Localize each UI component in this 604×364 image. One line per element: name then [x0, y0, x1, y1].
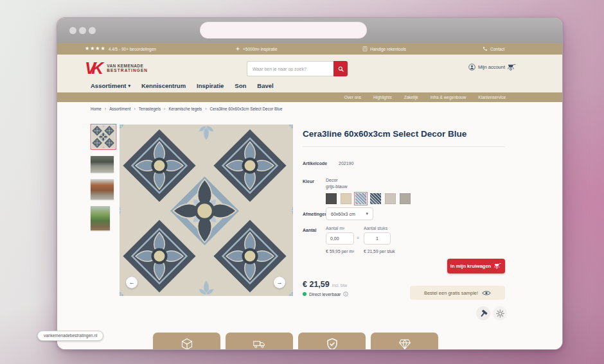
search-button[interactable] — [333, 61, 348, 76]
nav-item-son[interactable]: Son — [235, 82, 246, 89]
artikelcode-label: Artikelcode — [303, 161, 327, 166]
subnav-item-over-ons[interactable]: Over ons — [344, 95, 361, 100]
rekentools-label: Handige rekentools — [370, 47, 406, 51]
swatch-decor-grijs-blauw[interactable] — [355, 193, 366, 204]
price-row: € 21,59 incl. btw — [303, 280, 347, 289]
info-icon[interactable] — [343, 291, 348, 297]
nav-label: Assortiment — [91, 82, 126, 89]
nav-item-bavel[interactable]: Bavel — [257, 82, 273, 89]
price-suffix: incl. btw — [332, 283, 347, 288]
site-header: VK VAN KEMENADE BESTRATINGEN Mijn accoun… — [57, 55, 562, 92]
subnav-item-zakelijk[interactable]: Zakelijk — [404, 95, 418, 100]
window-control-dot[interactable] — [69, 27, 76, 34]
address-bar[interactable] — [200, 22, 367, 39]
order-sample-label: Bestel een gratis sample! — [424, 290, 478, 296]
nav-item-inspiratie[interactable]: Inspiratie — [197, 82, 224, 89]
usp-tile-quality[interactable] — [298, 333, 366, 349]
divider — [303, 146, 505, 147]
breadcrumb-separator: › — [134, 107, 135, 111]
swatch-licht-grijs[interactable] — [385, 193, 396, 204]
truck-icon — [253, 338, 266, 349]
aantal-m2-input[interactable] — [326, 232, 354, 245]
gear-icon-button[interactable] — [493, 306, 507, 320]
swatch-antraciet[interactable] — [326, 193, 337, 204]
afmetingen-select[interactable]: 60x60x3 cm ▾ — [326, 207, 373, 220]
breadcrumb-separator: › — [105, 107, 106, 111]
window-control-dot[interactable] — [89, 27, 96, 34]
account-label: Mijn account — [478, 64, 505, 70]
breadcrumb-item-terrastegels[interactable]: Terrastegels — [139, 107, 161, 111]
rekentools-link[interactable]: Handige rekentools — [362, 43, 406, 55]
search-icon — [337, 65, 344, 73]
main-navigation: Assortiment ▾ Kenniscentrum Inspiratie S… — [91, 82, 274, 89]
usp-tile-delivery[interactable] — [226, 333, 293, 349]
search-input[interactable] — [247, 61, 333, 76]
price-per-m2: € 59,95 per m² — [326, 249, 354, 254]
add-to-cart-label: In mijn kruiwagen — [450, 263, 491, 269]
gear-icon — [496, 309, 504, 318]
color-swatches — [326, 193, 411, 204]
breadcrumb-item-home[interactable]: Home — [91, 107, 102, 111]
nav-item-assortiment[interactable]: Assortiment ▾ — [91, 82, 130, 89]
rating-text: 4.4/5 - 90+ beoordelingen — [109, 47, 156, 51]
thumbnail-tile-pattern[interactable] — [91, 124, 116, 150]
product-price: € 21,59 — [303, 280, 330, 289]
thumbnail-garden-photo-2[interactable] — [91, 179, 114, 200]
breadcrumb-item-keramische-tegels[interactable]: Keramische tegels — [168, 107, 202, 111]
rating-stars-icon: ★★★★ — [85, 46, 106, 51]
swatch-grijs-groen[interactable] — [400, 193, 411, 204]
account-area[interactable]: Mijn account — [468, 64, 517, 71]
inspiration-link[interactable]: +5000m² inspiratie — [235, 43, 278, 55]
usp-tile-assortment[interactable] — [153, 333, 220, 349]
product-title: Cera3line 60x60x3cm Select Decor Blue — [303, 129, 515, 139]
afmetingen-label: Afmetingen — [303, 212, 328, 216]
equals-sign: = — [357, 236, 359, 240]
usp-tile-premium[interactable] — [371, 333, 438, 349]
eye-icon — [482, 290, 491, 296]
contact-link[interactable]: Contact — [483, 43, 504, 55]
subnav-item-klantenservice[interactable]: Klantenservice — [478, 95, 506, 100]
aantal-stuks-input[interactable] — [364, 232, 391, 245]
browser-titlebar — [57, 18, 562, 43]
price-per-stuk: € 21,59 per stuk — [364, 249, 395, 254]
afmetingen-selected-value: 60x60x3 cm — [331, 212, 355, 216]
swatch-decor-donkerblauw[interactable] — [370, 193, 381, 204]
window-control-dot[interactable] — [79, 27, 86, 34]
site-logo[interactable]: VK VAN KEMENADE BESTRATINGEN — [85, 60, 148, 76]
tile-pattern-image — [120, 125, 293, 296]
package-box-icon — [181, 338, 193, 349]
aantal-m2-label: Aantal m² — [326, 226, 344, 230]
account-icon — [468, 64, 475, 71]
diamond-icon — [398, 338, 411, 349]
chevron-down-icon: ▾ — [366, 211, 368, 216]
carousel-next-button[interactable]: → — [274, 277, 285, 288]
nav-item-kenniscentrum[interactable]: Kenniscentrum — [141, 82, 186, 89]
calculator-icon — [362, 46, 368, 51]
thumbnail-garden-photo-1[interactable] — [91, 156, 114, 173]
availability-row: Direct leverbaar — [303, 291, 348, 297]
logo-vk-mark: VK — [85, 60, 103, 76]
sparkle-icon — [235, 46, 240, 51]
subnav-item-highlights[interactable]: Highlights — [373, 95, 392, 100]
wheelbarrow-cart-icon — [494, 263, 502, 269]
carousel-prev-button[interactable]: ← — [126, 277, 138, 288]
order-sample-button[interactable]: Bestel een gratis sample! — [410, 286, 505, 300]
wheelbarrow-cart-icon — [508, 64, 517, 71]
page-content: Home › Assortiment › Terrastegels › Kera… — [57, 102, 562, 349]
inspiration-label: +5000m² inspiratie — [243, 47, 278, 51]
status-url-tooltip: vankemenadebestratingen.nl — [37, 331, 103, 341]
add-to-cart-button[interactable]: In mijn kruiwagen — [447, 259, 505, 273]
kleur-label: Kleur — [303, 179, 314, 184]
breadcrumb-separator: › — [205, 107, 206, 111]
thumbnail-garden-photo-3[interactable] — [91, 206, 110, 230]
breadcrumb-item-assortiment[interactable]: Assortiment — [109, 107, 130, 111]
secondary-navigation: Over ons Highlights Zakelijk Infra & weg… — [57, 92, 562, 102]
subnav-item-infra[interactable]: Infra & wegenbouw — [431, 95, 466, 100]
search-bar — [247, 61, 348, 76]
breadcrumb-separator: › — [164, 107, 165, 111]
swatch-beige[interactable] — [341, 193, 351, 204]
rating-widget: ★★★★ 4.4/5 - 90+ beoordelingen — [85, 43, 156, 55]
logo-text-line2: BESTRATINGEN — [107, 68, 148, 73]
hammer-icon-button[interactable] — [476, 306, 490, 320]
contact-label: Contact — [490, 47, 504, 51]
